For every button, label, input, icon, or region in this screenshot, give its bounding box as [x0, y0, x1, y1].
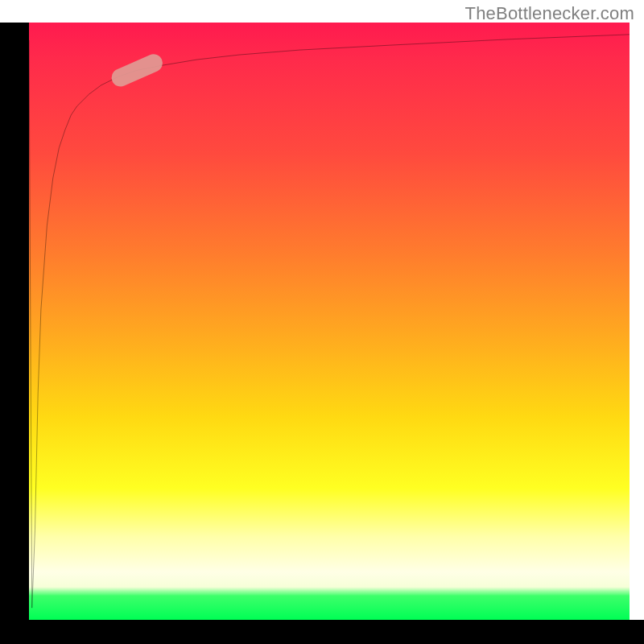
highlight-marker	[109, 52, 165, 89]
x-axis-bar	[0, 620, 644, 644]
highlight-marker-rect	[109, 52, 165, 89]
y-axis-bar	[0, 23, 29, 620]
bottleneck-curve	[29, 35, 630, 608]
watermark: TheBottlenecker.com	[465, 3, 634, 24]
curve-svg	[29, 23, 630, 620]
plot-area	[29, 23, 630, 620]
chart-container: TheBottlenecker.com	[0, 0, 644, 644]
